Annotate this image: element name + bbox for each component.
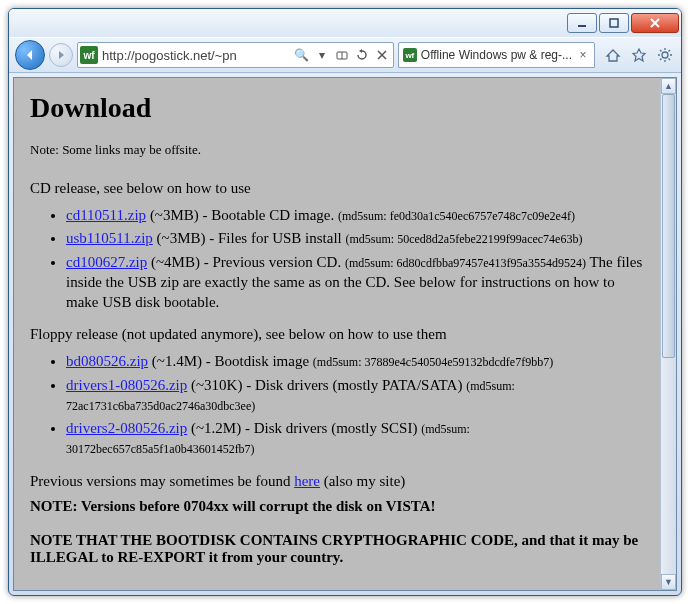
- url-input[interactable]: [100, 47, 291, 64]
- list-item: bd080526.zip (~1.4M) - Bootdisk image (m…: [66, 351, 644, 371]
- browser-window: wf 🔍 ▾ wf Offline Windows pw & reg-... ×: [8, 8, 682, 596]
- svg-point-4: [662, 52, 668, 58]
- prev-pre: Previous versions may sometimes be found: [30, 473, 294, 489]
- navigation-bar: wf 🔍 ▾ wf Offline Windows pw & reg-... ×: [9, 37, 681, 73]
- vista-warning: NOTE: Versions before 0704xx will corrup…: [30, 498, 644, 515]
- scroll-thumb[interactable]: [662, 94, 675, 358]
- md5: (md5sum: fe0d30a1c540ec6757e748c7c09e2e4…: [338, 209, 575, 223]
- scroll-up-icon[interactable]: ▲: [661, 78, 676, 94]
- tab-favicon-icon: wf: [403, 48, 417, 62]
- download-link[interactable]: usb110511.zip: [66, 230, 153, 246]
- item-desc: (~1.2M) - Disk drivers (mostly SCSI): [187, 420, 421, 436]
- cd-intro: CD release, see below on how to use: [30, 180, 644, 197]
- tab-title: Offline Windows pw & reg-...: [421, 48, 572, 62]
- md5: (md5sum: 37889e4c540504e59132bdcdfe7f9bb…: [313, 355, 553, 369]
- favorites-icon[interactable]: [629, 45, 649, 65]
- md5: (md5sum: 50ced8d2a5febe22199f99acec74e63…: [346, 232, 583, 246]
- search-icon[interactable]: 🔍: [293, 46, 311, 64]
- item-desc: (~3MB) - Bootable CD image.: [146, 207, 338, 223]
- crypto-warning: NOTE THAT THE BOOTDISK CONTAINS CRYPTHOG…: [30, 532, 644, 566]
- item-desc: (~310K) - Disk drivers (mostly PATA/SATA…: [187, 377, 466, 393]
- toolbar-icons: [603, 45, 675, 65]
- stop-icon[interactable]: [373, 46, 391, 64]
- site-favicon-icon: wf: [80, 46, 98, 64]
- prev-versions-link[interactable]: here: [294, 473, 320, 489]
- browser-tab[interactable]: wf Offline Windows pw & reg-... ×: [398, 42, 595, 68]
- tab-close-icon[interactable]: ×: [576, 48, 590, 62]
- download-link[interactable]: cd100627.zip: [66, 254, 147, 270]
- svg-line-9: [660, 50, 662, 52]
- download-link[interactable]: drivers2-080526.zip: [66, 420, 187, 436]
- arrow-left-icon: [22, 47, 38, 63]
- scroll-track[interactable]: [661, 94, 676, 574]
- back-button[interactable]: [15, 40, 45, 70]
- compat-view-icon[interactable]: [333, 46, 351, 64]
- offsite-note: Note: Some links may be offsite.: [30, 142, 644, 158]
- svg-rect-0: [578, 25, 586, 27]
- refresh-icon[interactable]: [353, 46, 371, 64]
- dropdown-icon[interactable]: ▾: [313, 46, 331, 64]
- list-item: usb110511.zip (~3MB) - Files for USB ins…: [66, 228, 644, 248]
- list-item: drivers1-080526.zip (~310K) - Disk drive…: [66, 375, 644, 416]
- item-desc: (~1.4M) - Bootdisk image: [148, 353, 313, 369]
- vertical-scrollbar[interactable]: ▲ ▼: [660, 78, 676, 590]
- maximize-button[interactable]: [599, 13, 629, 33]
- floppy-list: bd080526.zip (~1.4M) - Bootdisk image (m…: [30, 351, 644, 458]
- scroll-down-icon[interactable]: ▼: [661, 574, 676, 590]
- minimize-button[interactable]: [567, 13, 597, 33]
- svg-line-10: [669, 59, 671, 61]
- page-content: Download Note: Some links may be offsite…: [14, 78, 660, 590]
- list-item: drivers2-080526.zip (~1.2M) - Disk drive…: [66, 418, 644, 459]
- download-link[interactable]: bd080526.zip: [66, 353, 148, 369]
- md5: (md5sum: 6d80cdfbba97457e413f95a3554d952…: [345, 256, 586, 270]
- download-link[interactable]: drivers1-080526.zip: [66, 377, 187, 393]
- arrow-right-icon: [55, 49, 67, 61]
- tools-icon[interactable]: [655, 45, 675, 65]
- list-item: cd110511.zip (~3MB) - Bootable CD image.…: [66, 205, 644, 225]
- svg-rect-1: [610, 19, 618, 27]
- close-button[interactable]: [631, 13, 679, 33]
- forward-button[interactable]: [49, 43, 73, 67]
- window-titlebar: [9, 9, 681, 37]
- prev-versions: Previous versions may sometimes be found…: [30, 473, 644, 490]
- home-icon[interactable]: [603, 45, 623, 65]
- list-item: cd100627.zip (~4MB) - Previous version C…: [66, 252, 644, 313]
- page-viewport: Download Note: Some links may be offsite…: [13, 77, 677, 591]
- item-desc: (~3MB) - Files for USB install: [153, 230, 346, 246]
- page-heading: Download: [30, 92, 644, 124]
- floppy-intro: Floppy release (not updated anymore), se…: [30, 326, 644, 343]
- svg-line-11: [660, 59, 662, 61]
- item-desc: (~4MB) - Previous version CD.: [147, 254, 345, 270]
- download-link[interactable]: cd110511.zip: [66, 207, 146, 223]
- svg-line-12: [669, 50, 671, 52]
- prev-post: (also my site): [320, 473, 405, 489]
- address-bar[interactable]: wf 🔍 ▾: [77, 42, 394, 68]
- cd-list: cd110511.zip (~3MB) - Bootable CD image.…: [30, 205, 644, 312]
